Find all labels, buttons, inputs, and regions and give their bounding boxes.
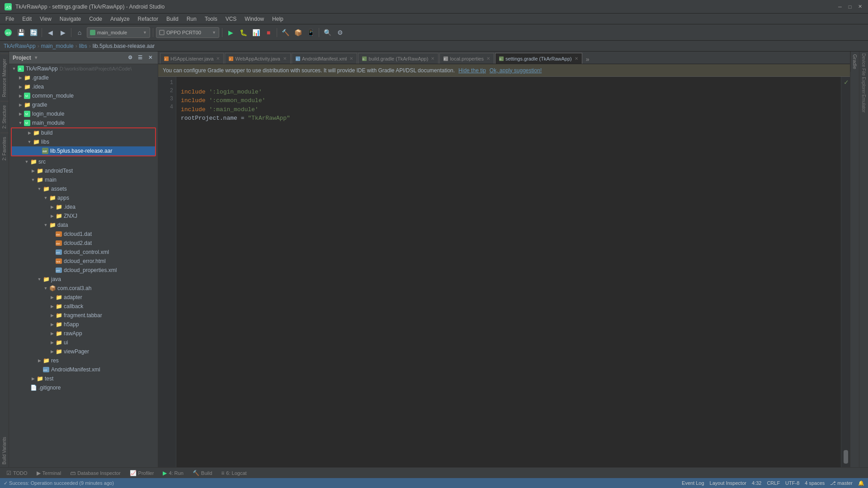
- menu-edit[interactable]: Edit: [19, 15, 35, 23]
- structure-label[interactable]: 2: Structure: [1, 103, 8, 131]
- tab-logcat[interactable]: ≡ 6: Logcat: [217, 468, 250, 478]
- menu-analyze[interactable]: Analyze: [107, 15, 133, 23]
- build-variants-label[interactable]: Build Variants: [1, 434, 8, 467]
- device-dropdown[interactable]: OPPO PCRT00 ▼: [156, 27, 219, 38]
- tab-close-local[interactable]: ✕: [486, 56, 490, 61]
- menu-refactor[interactable]: Refactor: [134, 15, 162, 23]
- tree-item-assets[interactable]: ▼ 📁 assets: [9, 184, 158, 193]
- menu-help[interactable]: Help: [269, 15, 287, 23]
- tree-item-java[interactable]: ▼ 📁 java: [9, 275, 158, 284]
- menu-code[interactable]: Code: [85, 15, 106, 23]
- toolbar-save-button[interactable]: 💾: [15, 27, 26, 38]
- project-sync-btn[interactable]: ⚙: [126, 54, 134, 62]
- status-line-ending[interactable]: CRLF: [767, 480, 780, 486]
- tab-close-build[interactable]: ✕: [431, 56, 434, 61]
- tree-item-package[interactable]: ▼ 📦 com.coral3.ah: [9, 284, 158, 293]
- status-indent[interactable]: 4 spaces: [805, 480, 825, 486]
- tab-close-settings[interactable]: ✕: [575, 56, 578, 61]
- resource-manager-label[interactable]: Resource Manager: [1, 56, 8, 100]
- breadcrumb-libs[interactable]: libs: [79, 43, 87, 49]
- status-position[interactable]: 4:32: [752, 480, 761, 486]
- minimize-button[interactable]: ─: [836, 3, 844, 10]
- favorites-label[interactable]: 2: Favorites: [1, 134, 8, 163]
- toolbar-build-button[interactable]: 🔨: [280, 27, 291, 38]
- tab-local-properties[interactable]: P local.properties ✕: [439, 53, 494, 64]
- menu-run[interactable]: Run: [183, 15, 200, 23]
- tab-database[interactable]: 🗃 Database Inspector: [66, 468, 124, 478]
- breadcrumb-module[interactable]: main_module: [41, 43, 74, 49]
- menu-tools[interactable]: Tools: [201, 15, 221, 23]
- tree-item-adapter[interactable]: ▶ 📁 adapter: [9, 293, 158, 302]
- notifications-icon[interactable]: 🔔: [858, 480, 864, 486]
- tab-close-h5[interactable]: ✕: [216, 56, 220, 61]
- menu-navigate[interactable]: Navigate: [56, 15, 85, 23]
- menu-file[interactable]: File: [2, 15, 18, 23]
- tree-item-root[interactable]: ▼ A TkArRawApp D:\works\bonait\Project\A…: [9, 64, 158, 73]
- tree-item-libs[interactable]: ▼ 📁 libs: [12, 137, 155, 146]
- tab-build[interactable]: 🔨 Build: [189, 468, 216, 478]
- menu-window[interactable]: Window: [241, 15, 268, 23]
- toolbar-stop-button[interactable]: ■: [263, 27, 274, 38]
- tab-close-webapp[interactable]: ✕: [283, 56, 287, 61]
- tree-item-h5app[interactable]: ▶ 📁 h5app: [9, 320, 158, 329]
- status-encoding[interactable]: UTF-8: [785, 480, 799, 486]
- scrollbar-thumb[interactable]: [844, 450, 848, 464]
- toolbar-run-button[interactable]: ▶: [225, 27, 236, 38]
- tree-item-dotgradle[interactable]: ▶ 📁 .gradle: [9, 73, 158, 82]
- toolbar-profile-button[interactable]: 📊: [250, 27, 261, 38]
- tree-item-callback[interactable]: ▶ 📁 callback: [9, 302, 158, 311]
- tab-profiler[interactable]: 📈 Profiler: [126, 468, 158, 478]
- gradle-tab[interactable]: Gradle: [850, 52, 859, 72]
- close-button[interactable]: ✕: [856, 3, 863, 10]
- menu-vcs[interactable]: VCS: [222, 15, 241, 23]
- layout-inspector-link[interactable]: Layout Inspector: [710, 480, 746, 486]
- tree-item-rawapp[interactable]: ▶ 📁 rawApp: [9, 329, 158, 338]
- toolbar-home-button[interactable]: ⌂: [74, 27, 85, 38]
- device-file-explorer-label[interactable]: Device File Explorer: [861, 53, 866, 94]
- tree-item-data[interactable]: ▼ 📁 data: [9, 221, 158, 230]
- project-gear-btn[interactable]: ☰: [136, 54, 144, 62]
- project-panel-dropdown[interactable]: ▼: [34, 55, 38, 60]
- tab-terminal[interactable]: ▶ Terminal: [33, 468, 65, 478]
- menu-build[interactable]: Build: [163, 15, 182, 23]
- tree-item-dcloud1[interactable]: ▶ dat dcloud1.dat: [9, 230, 158, 239]
- menu-view[interactable]: View: [36, 15, 55, 23]
- tree-item-src[interactable]: ▼ 📁 src: [9, 157, 158, 166]
- toolbar-settings-button[interactable]: ⚙: [335, 27, 345, 38]
- apply-suggestion-link[interactable]: Ok, apply suggestion!: [490, 67, 542, 74]
- tree-item-build[interactable]: ▶ 📁 build: [12, 128, 155, 137]
- tree-item-dotidea[interactable]: ▶ 📁 .idea: [9, 82, 158, 91]
- tree-item-gradle[interactable]: ▶ 📁 gradle: [9, 100, 158, 109]
- tree-item-main-module[interactable]: ▼ M main_module: [9, 118, 158, 127]
- tree-item-androidtest[interactable]: ▶ 📁 androidTest: [9, 166, 158, 175]
- breadcrumb-root[interactable]: TkArRawApp: [4, 43, 36, 49]
- tab-build-gradle[interactable]: G build.gradle (TkArRawApp) ✕: [358, 53, 439, 64]
- tree-item-viewpager[interactable]: ▶ 📁 viewPager: [9, 347, 158, 356]
- toolbar-forward-button[interactable]: ▶: [57, 27, 68, 38]
- emulator-label[interactable]: Emulator: [861, 94, 866, 113]
- tree-item-dcloud2[interactable]: ▶ dat dcloud2.dat: [9, 239, 158, 248]
- toolbar-back-button[interactable]: ◀: [45, 27, 56, 38]
- tree-item-ui[interactable]: ▶ 📁 ui: [9, 338, 158, 347]
- toolbar-debug-button[interactable]: 🐛: [238, 27, 249, 38]
- tab-overflow[interactable]: »: [583, 55, 592, 64]
- toolbar-sync-button[interactable]: 🔄: [28, 27, 39, 38]
- tree-item-dotidea2[interactable]: ▶ 📁 .idea: [9, 202, 158, 211]
- tree-item-common-module[interactable]: ▶ M common_module: [9, 91, 158, 100]
- tree-item-fragment[interactable]: ▶ 📁 fragment.tabbar: [9, 311, 158, 320]
- tab-settings-gradle[interactable]: G settings.gradle (TkArRawApp) ✕: [495, 53, 582, 64]
- maximize-button[interactable]: □: [846, 3, 854, 10]
- tree-item-res[interactable]: ▶ 📁 res: [9, 356, 158, 365]
- hide-tip-link[interactable]: Hide the tip: [458, 67, 486, 74]
- module-dropdown[interactable]: main_module ▼: [87, 27, 150, 38]
- tree-item-dcloud-error[interactable]: ▶ html dcloud_error.html: [9, 257, 158, 266]
- tree-item-manifest[interactable]: ▶ xml AndroidManifest.xml: [9, 365, 158, 374]
- tree-item-znxj[interactable]: ▶ 📁 ZNXJ: [9, 211, 158, 221]
- tab-close-manifest[interactable]: ✕: [349, 56, 353, 61]
- toolbar-search-button[interactable]: 🔍: [322, 27, 333, 38]
- toolbar-avd-button[interactable]: 📱: [305, 27, 316, 38]
- code-editor[interactable]: 1 2 3 4 include ':login_module' include …: [158, 77, 841, 467]
- tree-item-apps[interactable]: ▼ 📁 apps: [9, 193, 158, 202]
- tree-item-dcloud-props[interactable]: ▶ xml dcloud_properties.xml: [9, 266, 158, 275]
- project-close-btn[interactable]: ✕: [146, 54, 154, 62]
